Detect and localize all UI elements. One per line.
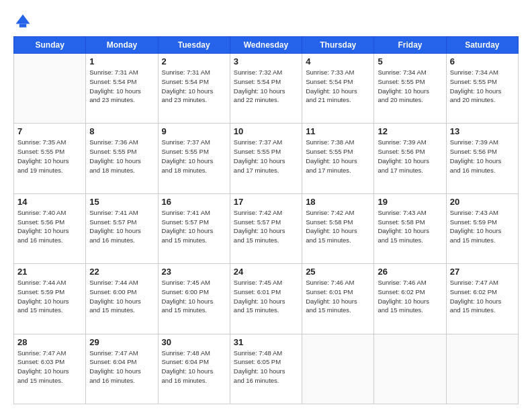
calendar-cell: 17Sunrise: 7:42 AM Sunset: 5:57 PM Dayli… [230, 193, 302, 263]
day-number: 13 [450, 126, 515, 136]
day-number: 3 [234, 56, 298, 66]
day-info: Sunrise: 7:40 AM Sunset: 5:56 PM Dayligh… [17, 208, 82, 245]
svg-rect-1 [19, 24, 27, 28]
day-number: 19 [378, 197, 442, 207]
calendar-cell: 22Sunrise: 7:44 AM Sunset: 6:00 PM Dayli… [86, 264, 158, 334]
weekday-header-wednesday: Wednesday [230, 37, 302, 54]
calendar-cell: 10Sunrise: 7:37 AM Sunset: 5:55 PM Dayli… [230, 124, 302, 193]
day-info: Sunrise: 7:47 AM Sunset: 6:02 PM Dayligh… [450, 278, 515, 315]
svg-marker-0 [16, 15, 30, 24]
day-number: 24 [234, 267, 298, 277]
calendar-cell: 26Sunrise: 7:46 AM Sunset: 6:02 PM Dayli… [374, 264, 446, 334]
calendar-cell: 5Sunrise: 7:34 AM Sunset: 5:55 PM Daylig… [374, 54, 446, 124]
calendar-cell: 15Sunrise: 7:41 AM Sunset: 5:57 PM Dayli… [86, 193, 158, 263]
calendar-cell [446, 334, 518, 404]
week-row-5: 28Sunrise: 7:47 AM Sunset: 6:03 PM Dayli… [14, 334, 519, 404]
calendar-table: SundayMondayTuesdayWednesdayThursdayFrid… [13, 36, 519, 404]
day-info: Sunrise: 7:42 AM Sunset: 5:58 PM Dayligh… [306, 208, 370, 245]
day-number: 28 [17, 337, 82, 347]
day-info: Sunrise: 7:35 AM Sunset: 5:55 PM Dayligh… [17, 138, 82, 175]
day-number: 2 [162, 56, 226, 66]
calendar-cell: 24Sunrise: 7:45 AM Sunset: 6:01 PM Dayli… [230, 264, 302, 334]
day-number: 5 [378, 56, 442, 66]
weekday-header-row: SundayMondayTuesdayWednesdayThursdayFrid… [14, 37, 519, 54]
day-info: Sunrise: 7:34 AM Sunset: 5:55 PM Dayligh… [378, 68, 442, 105]
day-info: Sunrise: 7:32 AM Sunset: 5:54 PM Dayligh… [234, 68, 298, 105]
day-number: 12 [378, 126, 442, 136]
day-info: Sunrise: 7:31 AM Sunset: 5:54 PM Dayligh… [162, 68, 226, 105]
calendar-cell [14, 54, 86, 124]
day-info: Sunrise: 7:31 AM Sunset: 5:54 PM Dayligh… [89, 68, 154, 105]
day-number: 10 [234, 126, 298, 136]
day-number: 16 [162, 197, 226, 207]
day-info: Sunrise: 7:43 AM Sunset: 5:58 PM Dayligh… [378, 208, 442, 245]
day-info: Sunrise: 7:46 AM Sunset: 6:01 PM Dayligh… [306, 278, 370, 315]
day-number: 1 [89, 56, 154, 66]
weekday-header-saturday: Saturday [446, 37, 518, 54]
day-info: Sunrise: 7:38 AM Sunset: 5:55 PM Dayligh… [306, 138, 370, 175]
weekday-header-tuesday: Tuesday [158, 37, 230, 54]
day-number: 14 [17, 197, 82, 207]
day-info: Sunrise: 7:33 AM Sunset: 5:54 PM Dayligh… [306, 68, 370, 105]
weekday-header-sunday: Sunday [14, 37, 86, 54]
day-number: 4 [306, 56, 370, 66]
day-number: 11 [306, 126, 370, 136]
calendar-cell: 23Sunrise: 7:45 AM Sunset: 6:00 PM Dayli… [158, 264, 230, 334]
weekday-header-friday: Friday [374, 37, 446, 54]
day-number: 15 [89, 197, 154, 207]
calendar-cell: 2Sunrise: 7:31 AM Sunset: 5:54 PM Daylig… [158, 54, 230, 124]
day-info: Sunrise: 7:41 AM Sunset: 5:57 PM Dayligh… [89, 208, 154, 245]
calendar-cell: 19Sunrise: 7:43 AM Sunset: 5:58 PM Dayli… [374, 193, 446, 263]
day-number: 17 [234, 197, 298, 207]
day-number: 7 [17, 126, 82, 136]
day-info: Sunrise: 7:48 AM Sunset: 6:05 PM Dayligh… [234, 349, 298, 385]
day-number: 22 [89, 267, 154, 277]
calendar-cell: 27Sunrise: 7:47 AM Sunset: 6:02 PM Dayli… [446, 264, 518, 334]
day-info: Sunrise: 7:43 AM Sunset: 5:59 PM Dayligh… [450, 208, 515, 245]
calendar-cell: 9Sunrise: 7:37 AM Sunset: 5:55 PM Daylig… [158, 124, 230, 193]
calendar-cell: 12Sunrise: 7:39 AM Sunset: 5:56 PM Dayli… [374, 124, 446, 193]
day-info: Sunrise: 7:34 AM Sunset: 5:55 PM Dayligh… [450, 68, 515, 105]
week-row-3: 14Sunrise: 7:40 AM Sunset: 5:56 PM Dayli… [14, 193, 519, 263]
page: SundayMondayTuesdayWednesdayThursdayFrid… [0, 0, 532, 411]
day-number: 26 [378, 267, 442, 277]
day-info: Sunrise: 7:48 AM Sunset: 6:04 PM Dayligh… [162, 349, 226, 385]
day-number: 18 [306, 197, 370, 207]
day-number: 30 [162, 337, 226, 347]
day-info: Sunrise: 7:46 AM Sunset: 6:02 PM Dayligh… [378, 278, 442, 315]
calendar-cell: 1Sunrise: 7:31 AM Sunset: 5:54 PM Daylig… [86, 54, 158, 124]
calendar-cell: 14Sunrise: 7:40 AM Sunset: 5:56 PM Dayli… [14, 193, 86, 263]
day-info: Sunrise: 7:44 AM Sunset: 6:00 PM Dayligh… [89, 278, 154, 315]
day-number: 6 [450, 56, 515, 66]
calendar-cell: 18Sunrise: 7:42 AM Sunset: 5:58 PM Dayli… [302, 193, 374, 263]
day-number: 23 [162, 267, 226, 277]
day-info: Sunrise: 7:42 AM Sunset: 5:57 PM Dayligh… [234, 208, 298, 245]
day-number: 21 [17, 267, 82, 277]
header [13, 12, 519, 31]
day-info: Sunrise: 7:41 AM Sunset: 5:57 PM Dayligh… [162, 208, 226, 245]
week-row-2: 7Sunrise: 7:35 AM Sunset: 5:55 PM Daylig… [14, 124, 519, 193]
day-number: 20 [450, 197, 515, 207]
day-info: Sunrise: 7:47 AM Sunset: 6:04 PM Dayligh… [89, 349, 154, 385]
calendar-cell: 4Sunrise: 7:33 AM Sunset: 5:54 PM Daylig… [302, 54, 374, 124]
calendar-cell: 30Sunrise: 7:48 AM Sunset: 6:04 PM Dayli… [158, 334, 230, 404]
day-number: 25 [306, 267, 370, 277]
calendar-cell: 6Sunrise: 7:34 AM Sunset: 5:55 PM Daylig… [446, 54, 518, 124]
calendar-cell: 16Sunrise: 7:41 AM Sunset: 5:57 PM Dayli… [158, 193, 230, 263]
day-info: Sunrise: 7:37 AM Sunset: 5:55 PM Dayligh… [162, 138, 226, 175]
day-number: 31 [234, 337, 298, 347]
day-info: Sunrise: 7:45 AM Sunset: 6:00 PM Dayligh… [162, 278, 226, 315]
logo-icon [13, 12, 32, 31]
day-number: 29 [89, 337, 154, 347]
weekday-header-monday: Monday [86, 37, 158, 54]
calendar-cell: 31Sunrise: 7:48 AM Sunset: 6:05 PM Dayli… [230, 334, 302, 404]
day-info: Sunrise: 7:44 AM Sunset: 5:59 PM Dayligh… [17, 278, 82, 315]
day-number: 9 [162, 126, 226, 136]
day-info: Sunrise: 7:37 AM Sunset: 5:55 PM Dayligh… [234, 138, 298, 175]
day-info: Sunrise: 7:39 AM Sunset: 5:56 PM Dayligh… [378, 138, 442, 175]
calendar-cell: 20Sunrise: 7:43 AM Sunset: 5:59 PM Dayli… [446, 193, 518, 263]
calendar-cell: 13Sunrise: 7:39 AM Sunset: 5:56 PM Dayli… [446, 124, 518, 193]
calendar-cell: 3Sunrise: 7:32 AM Sunset: 5:54 PM Daylig… [230, 54, 302, 124]
day-info: Sunrise: 7:36 AM Sunset: 5:55 PM Dayligh… [89, 138, 154, 175]
day-number: 8 [89, 126, 154, 136]
